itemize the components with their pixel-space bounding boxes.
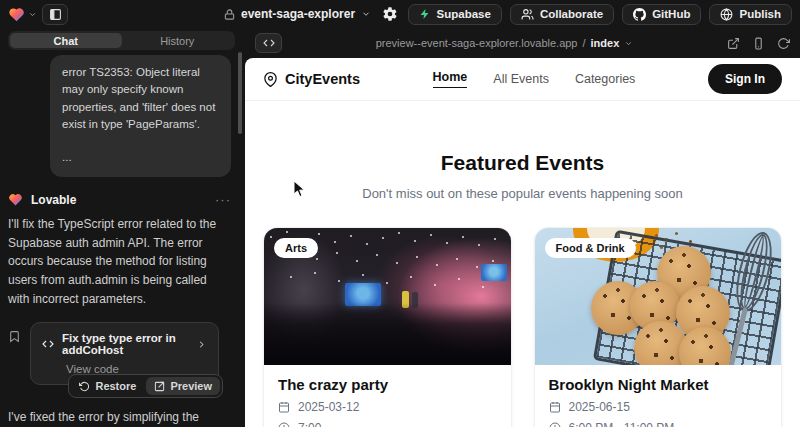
site-header: CityEvents Home All Events Categories Si…	[245, 58, 800, 101]
category-badge: Food & Drink	[545, 238, 636, 258]
preview-window-icon	[154, 381, 165, 392]
restore-icon	[79, 381, 90, 392]
site-preview: CityEvents Home All Events Categories Si…	[245, 58, 800, 427]
clock-icon	[549, 422, 561, 427]
chat-scrollbar[interactable]	[238, 52, 242, 134]
project-name: event-saga-explorer	[241, 7, 355, 21]
github-label: GitHub	[652, 8, 690, 20]
event-date-text: 2025-03-12	[298, 400, 359, 414]
calendar-icon	[278, 401, 290, 413]
url-path: index	[591, 37, 620, 49]
event-date: 2025-06-15	[549, 400, 768, 414]
site-brand[interactable]: CityEvents	[263, 71, 360, 87]
event-time: 7:00	[278, 421, 497, 427]
message-menu-icon[interactable]: ···	[215, 192, 231, 207]
url-host: preview--event-saga-explorer.lovable.app	[376, 37, 578, 49]
nav-home[interactable]: Home	[433, 70, 468, 88]
code-icon	[42, 338, 54, 350]
tab-chat[interactable]: Chat	[10, 33, 122, 48]
lock-icon	[224, 9, 235, 20]
url-separator: /	[582, 37, 585, 49]
supabase-bolt-icon	[419, 8, 431, 20]
bookmark-icon[interactable]	[8, 322, 21, 385]
user-error-text: error TS2353: Object literal may only sp…	[62, 64, 219, 133]
publish-label: Publish	[739, 8, 781, 20]
calendar-icon	[549, 401, 561, 413]
preview-panel: preview--event-saga-explorer.lovable.app…	[245, 28, 800, 427]
event-date: 2025-03-12	[278, 400, 497, 414]
supabase-label: Supabase	[437, 8, 491, 20]
lovable-heart-icon	[8, 193, 23, 206]
assistant-paragraph-2: I've fixed the error by simplifying the …	[8, 408, 237, 427]
site-nav: Home All Events Categories	[433, 70, 636, 88]
project-name-dropdown[interactable]: event-saga-explorer	[224, 0, 371, 28]
sign-in-button[interactable]: Sign In	[708, 64, 782, 94]
assistant-name: Lovable	[31, 193, 76, 207]
featured-events-subtitle: Don't miss out on these popular events h…	[245, 186, 800, 201]
tool-title-text: Fix type type error in addCoHost	[62, 332, 188, 356]
top-bar: event-saga-explorer Supabase Collaborate…	[0, 0, 800, 28]
clock-icon	[278, 422, 290, 427]
github-icon	[633, 8, 646, 21]
preview-browser-bar: preview--event-saga-explorer.lovable.app…	[245, 28, 800, 58]
publish-button[interactable]: Publish	[709, 4, 792, 25]
message-hover-actions: Restore Preview	[68, 374, 223, 398]
nav-categories[interactable]: Categories	[575, 72, 635, 86]
github-button[interactable]: GitHub	[622, 4, 701, 25]
sidebar-toggle-button[interactable]	[42, 4, 68, 25]
mobile-view-icon[interactable]	[752, 37, 765, 50]
code-view-toggle[interactable]	[255, 33, 282, 53]
preview-button[interactable]: Preview	[146, 377, 220, 395]
chat-history-tabs: Chat History	[8, 31, 235, 50]
restore-label: Restore	[95, 380, 136, 392]
map-pin-icon	[263, 72, 278, 87]
site-brand-name: CityEvents	[285, 71, 360, 87]
collaborate-button[interactable]: Collaborate	[510, 4, 614, 25]
chevron-down-icon	[624, 39, 633, 48]
event-card[interactable]: Food & Drink Brooklyn Night Market	[534, 227, 783, 427]
preview-url-dropdown[interactable]: preview--event-saga-explorer.lovable.app…	[376, 37, 634, 49]
chat-panel: Chat History error TS2353: Object litera…	[0, 28, 245, 427]
user-message-bubble: error TS2353: Object literal may only sp…	[50, 55, 231, 177]
event-time: 6:00 PM - 11:00 PM	[549, 421, 768, 427]
event-date-text: 2025-06-15	[569, 400, 630, 414]
chevron-down-icon	[28, 10, 37, 19]
event-image-cookies: Food & Drink	[535, 228, 782, 365]
p2-text: I've fixed the error by simplifying the …	[8, 410, 199, 427]
event-title: The crazy party	[278, 376, 497, 393]
nav-all-events[interactable]: All Events	[493, 72, 549, 86]
settings-gear-button[interactable]	[380, 4, 400, 24]
featured-events-title: Featured Events	[245, 151, 800, 175]
event-time-text: 6:00 PM - 11:00 PM	[569, 421, 675, 427]
user-message-more: ...	[62, 149, 219, 166]
event-card[interactable]: Arts The crazy party 2025-03-12	[263, 227, 512, 427]
chevron-down-icon	[361, 9, 371, 19]
restore-button[interactable]: Restore	[71, 377, 144, 395]
event-image-conference: Arts	[264, 228, 511, 365]
assistant-paragraph-1: I'll fix the TypeScript error related to…	[8, 215, 237, 308]
chevron-right-icon[interactable]	[196, 339, 207, 350]
collaborate-label: Collaborate	[540, 8, 603, 20]
lovable-logo-menu[interactable]	[8, 7, 37, 22]
preview-label: Preview	[170, 380, 212, 392]
tab-history[interactable]: History	[122, 33, 234, 48]
event-time-text: 7:00	[298, 421, 321, 427]
open-external-icon[interactable]	[727, 37, 740, 50]
globe-icon	[720, 8, 733, 21]
supabase-button[interactable]: Supabase	[408, 4, 502, 25]
event-title: Brooklyn Night Market	[549, 376, 768, 393]
category-badge: Arts	[274, 238, 318, 258]
lovable-heart-icon	[8, 7, 25, 22]
users-icon	[521, 8, 534, 21]
refresh-icon[interactable]	[777, 37, 790, 50]
